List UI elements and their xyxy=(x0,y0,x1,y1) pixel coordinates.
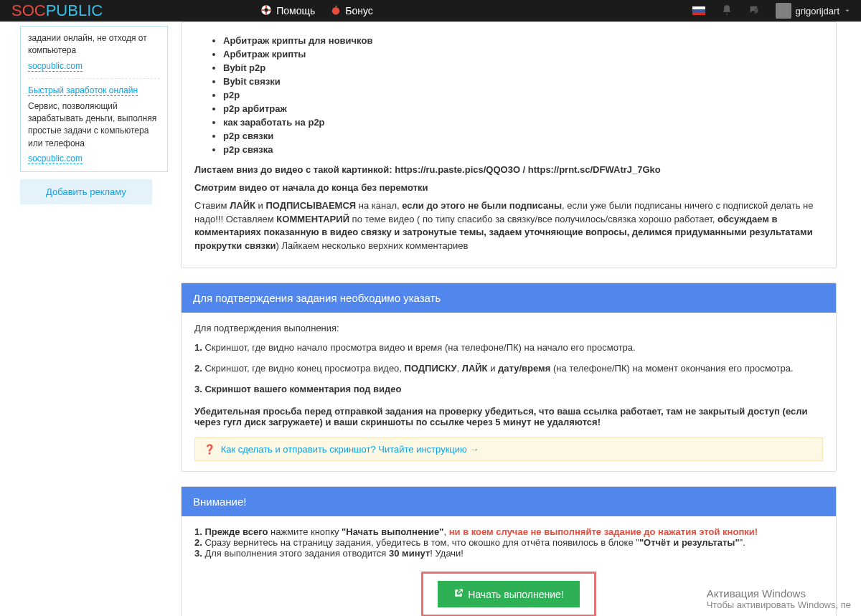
chevron-down-icon xyxy=(844,6,851,16)
windows-activation: Активация Windows Чтобы активировать Win… xyxy=(707,587,851,610)
external-link-icon xyxy=(453,588,464,600)
main: Арбитраж крипты для новичковАрбитраж кри… xyxy=(174,22,861,616)
attn-line-2: 2. Сразу вернитесь на страницу задания, … xyxy=(194,537,823,548)
task-bullets: Арбитраж крипты для новичковАрбитраж кри… xyxy=(223,35,823,155)
confirm-item-2: 2. Скриншот, где видно конец просмотра в… xyxy=(194,363,823,374)
task-bullet: Bybit p2p xyxy=(223,62,823,73)
nav-bonus-label: Бонус xyxy=(345,5,373,16)
task-bullet: Арбитраж крипты для новичков xyxy=(223,35,823,46)
promo2-title[interactable]: Быстрый заработок онлайн xyxy=(28,85,138,96)
task-bullet: p2p связка xyxy=(223,144,823,155)
start-button-frame: Начать выполнение! xyxy=(421,572,596,616)
user-menu[interactable]: grigorijdart xyxy=(776,3,851,19)
nav-bonus[interactable]: Бонус xyxy=(331,5,373,17)
apple-icon xyxy=(331,5,341,17)
confirm-item-1: 1. Скриншот, где видно начало просмотра … xyxy=(194,342,823,353)
task-card: Арбитраж крипты для новичковАрбитраж кри… xyxy=(181,22,837,268)
attn-line-3: 3. Для выполнения этого задания отводитс… xyxy=(194,548,823,559)
confirm-header: Для подтверждения задания необходимо ука… xyxy=(182,283,836,313)
promo1-link[interactable]: socpublic.com xyxy=(28,61,83,72)
attn-line-1: 1. Прежде всего нажмите кнопку "Начать в… xyxy=(194,526,823,537)
promo2-body: Сервис, позволяющий зарабатывать деньги,… xyxy=(28,100,160,151)
question-icon: ❓ xyxy=(204,444,215,455)
add-ad-button[interactable]: Добавить рекламу xyxy=(20,179,152,204)
start-button[interactable]: Начать выполнение! xyxy=(438,581,579,607)
confirm-card: Для подтверждения задания необходимо ука… xyxy=(181,283,837,472)
lifebuoy-icon xyxy=(260,4,272,18)
task-bullet: p2p арбитраж xyxy=(223,103,823,114)
task-bullet: p2p связки xyxy=(223,131,823,141)
task-bullet: Bybit связки xyxy=(223,76,823,87)
task-bullet: Арбитраж крипты xyxy=(223,49,823,60)
avatar-icon xyxy=(776,3,791,19)
nav-help-label: Помощь xyxy=(276,5,315,16)
confirm-intro: Для подтверждения выполнения: xyxy=(194,323,823,333)
like-paragraph: Ставим ЛАЙК и ПОДПИСЫВАЕМСЯ на канал, ес… xyxy=(194,199,823,253)
sidebar: задании онлайн, не отходя от компьютера … xyxy=(0,22,174,616)
scroll-line: Листаем вниз до видео с такой картинкой:… xyxy=(194,164,661,175)
watch-line: Смотрим видео от начала до конца без пер… xyxy=(194,182,428,193)
username: grigorijdart xyxy=(796,6,839,16)
chat-icon[interactable] xyxy=(748,4,760,18)
confirm-item-3: 3. Скриншот вашего комментария под видео xyxy=(194,384,823,394)
bell-icon[interactable] xyxy=(721,4,733,18)
task-bullet: p2p xyxy=(223,90,823,100)
confirm-warning: Убедительная просьба перед отправкой зад… xyxy=(194,406,807,427)
attention-header: Внимание! xyxy=(182,487,836,516)
task-bullet: как заработать на p2p xyxy=(223,117,823,128)
start-button-label: Начать выполнение! xyxy=(468,589,563,600)
nav-help[interactable]: Помощь xyxy=(260,4,315,18)
help-link[interactable]: Как сделать и отправить скриншот? Читайт… xyxy=(221,444,479,455)
promo1-tail: задании онлайн, не отходя от компьютера xyxy=(28,32,160,57)
logo[interactable]: SOCPUBLIC xyxy=(11,1,103,20)
svg-point-2 xyxy=(332,6,340,14)
promo-box: задании онлайн, не отходя от компьютера … xyxy=(20,26,168,172)
help-box: ❓ Как сделать и отправить скриншот? Чита… xyxy=(194,437,823,461)
topbar: SOCPUBLIC Помощь Бонус grigorijdart xyxy=(0,0,861,22)
flag-ru-icon[interactable] xyxy=(692,6,705,15)
svg-point-1 xyxy=(265,8,268,11)
promo2-link[interactable]: socpublic.com xyxy=(28,153,83,164)
